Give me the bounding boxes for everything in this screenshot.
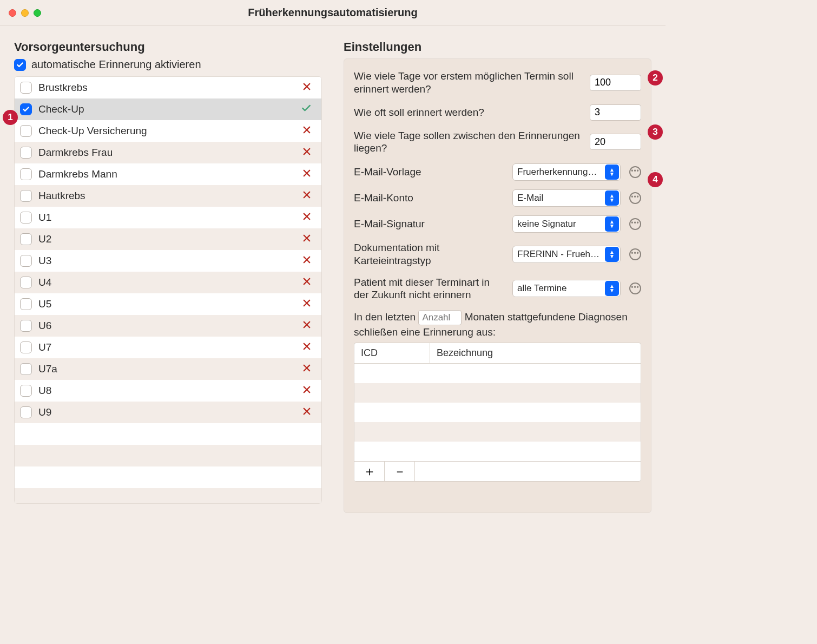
x-icon [302, 319, 312, 333]
list-item[interactable]: U9 [15, 402, 321, 423]
list-item-empty [15, 423, 321, 445]
row-checkbox[interactable] [20, 320, 32, 332]
table-row[interactable] [354, 364, 641, 383]
row-checkbox[interactable] [20, 147, 32, 159]
row-checkbox[interactable] [20, 125, 32, 137]
row-checkbox[interactable] [20, 233, 32, 245]
left-pane: Vorsorgeuntersuchung automatische Erinne… [14, 35, 322, 513]
list-item[interactable]: U7 [15, 337, 321, 358]
select-value: Fruerherkennung… [517, 167, 597, 178]
exam-list: BrustkrebsCheck-UpCheck-Up VersicherungD… [14, 76, 322, 504]
label-skip-appt: Patient mit dieser Terminart in der Zuku… [354, 276, 507, 302]
input-months[interactable] [418, 310, 462, 325]
table-row[interactable] [354, 403, 641, 422]
label-email-account: E-Mail-Konto [354, 192, 507, 205]
row-label: U6 [38, 320, 295, 332]
list-item[interactable]: U6 [15, 315, 321, 337]
list-item[interactable]: U4 [15, 272, 321, 293]
list-item[interactable]: U8 [15, 380, 321, 402]
row-label: Check-Up Versicherung [38, 125, 295, 137]
content: Vorsorgeuntersuchung automatische Erinne… [0, 26, 666, 527]
label-days-before: Wie viele Tage vor erstem möglichen Term… [354, 70, 584, 96]
label-email-template: E-Mail-Vorlage [354, 166, 507, 179]
table-footer: ＋ － [354, 461, 641, 481]
chevron-up-down-icon: ▲▼ [605, 281, 619, 296]
list-item[interactable]: U5 [15, 293, 321, 315]
row-label: U4 [38, 277, 295, 288]
row-checkbox[interactable] [20, 277, 32, 288]
select-value: FRERINN - Frueh… [517, 249, 599, 260]
list-item[interactable]: Check-Up [15, 98, 321, 120]
chevron-up-down-icon: ▲▼ [605, 247, 619, 262]
exclusion-sentence: In den letzten Monaten stattgefundene Di… [354, 310, 641, 339]
row-checkbox[interactable] [20, 212, 32, 224]
row-checkbox[interactable] [20, 103, 32, 115]
chevron-up-down-icon: ▲▼ [605, 190, 619, 206]
row-checkbox[interactable] [20, 341, 32, 353]
window: Früherkennungsautomatisierung Vorsorgeun… [0, 0, 666, 527]
chevron-up-down-icon: ▲▼ [605, 216, 619, 232]
row-label: U7 [38, 341, 295, 353]
list-item[interactable]: Brustkrebs [15, 77, 321, 98]
row-label: U8 [38, 385, 295, 397]
label-doc-type: Dokumentation mit Karteieintragstyp [354, 241, 507, 267]
x-icon [302, 81, 312, 95]
x-icon [302, 189, 312, 203]
list-item[interactable]: U7a [15, 358, 321, 380]
diagnosis-table: ICD Bezeichnung ＋ － [354, 343, 641, 482]
select-email-signature[interactable]: keine Signatur ▲▼ [512, 215, 621, 233]
select-email-account[interactable]: E-Mail ▲▼ [512, 189, 621, 207]
row-label: Darmkrebs Frau [38, 147, 295, 159]
row-checkbox[interactable] [20, 406, 32, 418]
input-days-between[interactable] [590, 134, 641, 150]
row-checkbox[interactable] [20, 363, 32, 375]
more-button-email-template[interactable]: ••• [629, 166, 641, 178]
check-icon [301, 103, 312, 116]
row-checkbox[interactable] [20, 255, 32, 267]
remove-row-button[interactable]: － [385, 462, 415, 481]
select-skip-appt[interactable]: alle Termine ▲▼ [512, 280, 621, 297]
list-item[interactable]: U2 [15, 228, 321, 250]
table-row[interactable] [354, 383, 641, 403]
row-checkbox[interactable] [20, 168, 32, 180]
list-item[interactable]: U1 [15, 207, 321, 228]
x-icon [302, 362, 312, 376]
row-checkbox[interactable] [20, 190, 32, 202]
more-button-email-account[interactable]: ••• [629, 192, 641, 204]
label-how-often: Wie oft soll erinnert werden? [354, 106, 584, 119]
add-row-button[interactable]: ＋ [354, 462, 385, 481]
select-doc-type[interactable]: FRERINN - Frueh… ▲▼ [512, 246, 621, 263]
callout-badge-2: 2 [648, 70, 663, 86]
callout-badge-4: 4 [648, 172, 663, 187]
master-checkbox-row: automatische Erinnerung aktivieren [14, 58, 322, 71]
input-how-often[interactable] [590, 104, 641, 121]
titlebar: Früherkennungsautomatisierung [0, 0, 666, 26]
list-item[interactable]: Hautkrebs [15, 185, 321, 207]
table-row[interactable] [354, 422, 641, 442]
more-button-doc-type[interactable]: ••• [629, 248, 641, 260]
table-body [354, 364, 641, 461]
row-label: U2 [38, 233, 295, 245]
master-checkbox-label: automatische Erinnerung aktivieren [31, 58, 201, 71]
row-checkbox[interactable] [20, 385, 32, 397]
list-item[interactable]: Check-Up Versicherung [15, 120, 321, 142]
row-label: Check-Up [38, 103, 294, 115]
more-button-email-signature[interactable]: ••• [629, 218, 641, 230]
input-days-before[interactable] [590, 75, 641, 91]
row-checkbox[interactable] [20, 82, 32, 94]
more-button-skip-appt[interactable]: ••• [629, 282, 641, 294]
row-label: U9 [38, 406, 295, 418]
list-item[interactable]: U3 [15, 250, 321, 272]
table-row[interactable] [354, 442, 641, 461]
row-label: Brustkrebs [38, 82, 295, 94]
x-icon [302, 384, 312, 398]
row-label: U3 [38, 255, 295, 267]
x-icon [302, 211, 312, 225]
row-checkbox[interactable] [20, 298, 32, 310]
list-item[interactable]: Darmkrebs Frau [15, 142, 321, 163]
list-item[interactable]: Darmkrebs Mann [15, 163, 321, 185]
select-email-template[interactable]: Fruerherkennung… ▲▼ [512, 163, 621, 181]
master-checkbox[interactable] [14, 59, 26, 71]
select-value: alle Termine [517, 283, 566, 294]
label-email-signature: E-Mail-Signatur [354, 218, 507, 231]
